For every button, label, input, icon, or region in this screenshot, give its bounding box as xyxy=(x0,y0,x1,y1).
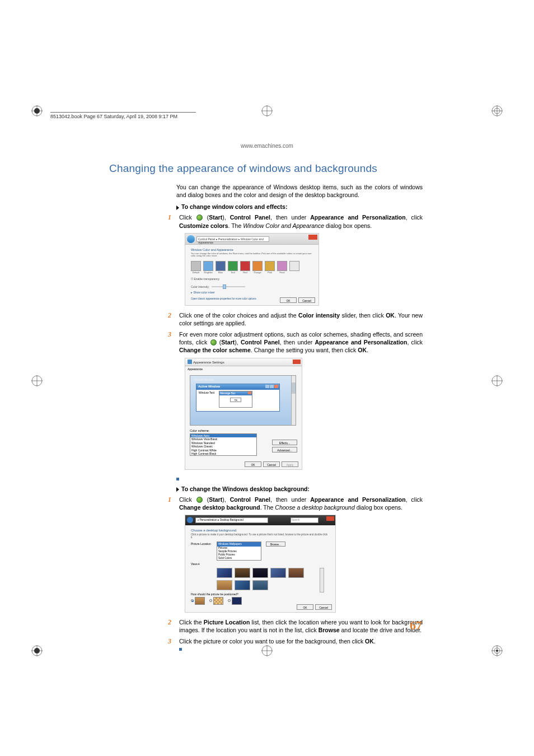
views-button[interactable]: Views ▾ xyxy=(191,563,330,566)
swatch-row: DefaultGraphiteBlueTealRedOrangePinkFros… xyxy=(191,261,313,274)
ok-button[interactable]: OK xyxy=(245,461,261,467)
preview-area: Inactive Window Active Window Window Tex… xyxy=(190,375,296,426)
color-swatch[interactable] xyxy=(265,261,275,271)
crop-mark-icon xyxy=(31,105,43,116)
thumbnail-grid xyxy=(217,568,317,590)
dialog-subtitle: You can change the color of windows, the… xyxy=(191,253,313,258)
step-3b: 3 Click the picture or color you want to… xyxy=(168,637,423,653)
location-option[interactable]: Windows Wallpapers xyxy=(217,542,261,547)
back-icon[interactable] xyxy=(187,517,193,523)
location-option[interactable]: Solid Colors xyxy=(217,557,261,560)
page-number: 67 xyxy=(410,618,422,633)
dialog-header: Control Panel ▸ Personalization ▸ Window… xyxy=(185,234,318,245)
subhead-background: To change the Windows desktop background… xyxy=(176,486,423,492)
cancel-button[interactable]: Cancel xyxy=(315,604,332,610)
wallpaper-thumbnail[interactable] xyxy=(270,568,286,578)
wallpaper-thumbnail[interactable] xyxy=(288,568,304,578)
color-swatch[interactable] xyxy=(191,261,201,271)
dialog-titlebar: Appearance Settings xyxy=(185,358,302,366)
back-icon[interactable] xyxy=(187,235,195,243)
address-bar[interactable]: Control Panel ▸ Personalization ▸ Window… xyxy=(196,236,269,242)
color-swatch[interactable] xyxy=(240,261,250,271)
close-icon[interactable] xyxy=(308,235,317,240)
intro-text: You can change the appearance of Windows… xyxy=(176,183,423,199)
scrollbar[interactable] xyxy=(291,376,296,425)
wallpaper-thumbnail[interactable] xyxy=(252,568,268,578)
tab-appearance[interactable]: Appearance xyxy=(185,366,302,372)
step-2b: 2 Click the Picture Location list, then … xyxy=(168,618,423,634)
breadcrumb[interactable]: « Personalization ▸ Desktop Background xyxy=(195,517,268,523)
dialog-title: Window Color and Appearance xyxy=(191,248,313,251)
crop-mark-icon xyxy=(261,105,273,116)
color-mixer-link[interactable]: ▸ Show color mixer xyxy=(191,291,313,294)
crop-mark-icon xyxy=(491,645,503,656)
crop-mark-icon xyxy=(491,105,503,116)
subhead-colors: To change window colors and effects: xyxy=(176,203,423,210)
triangle-icon xyxy=(176,487,179,492)
url-header: www.emachines.com xyxy=(0,143,534,149)
dialog-header: « Personalization ▸ Desktop Background S… xyxy=(185,515,335,525)
crop-mark-icon xyxy=(491,375,503,386)
color-swatch[interactable] xyxy=(203,261,213,271)
color-swatch[interactable] xyxy=(277,261,287,271)
browse-button[interactable]: Browse... xyxy=(266,542,285,547)
position-label: How should the picture be positioned? xyxy=(191,592,330,596)
effects-button[interactable]: Effects... xyxy=(272,440,297,445)
start-icon xyxy=(196,214,203,221)
color-swatch[interactable] xyxy=(252,261,263,271)
apply-button[interactable]: Apply xyxy=(282,461,298,467)
location-dropdown[interactable]: Windows WallpapersPicturesSample Picture… xyxy=(217,542,261,561)
position-option[interactable] xyxy=(228,597,242,605)
wallpaper-thumbnail[interactable] xyxy=(217,568,232,578)
step-3: 3 For even more color adjustment options… xyxy=(168,330,423,354)
appearance-settings-dialog: Appearance Settings Appearance Inactive … xyxy=(185,358,302,470)
inactive-window-label: Inactive Window xyxy=(194,378,261,381)
end-marker-icon xyxy=(176,478,179,480)
wallpaper-thumbnail[interactable] xyxy=(235,568,250,578)
dialog-title: Choose a desktop background xyxy=(191,529,330,532)
scheme-label: Color scheme: xyxy=(190,429,297,432)
scheme-listbox[interactable]: Windows AeroWindows Vista BasicWindows S… xyxy=(190,433,257,456)
window-color-dialog: Control Panel ▸ Personalization ▸ Window… xyxy=(185,233,319,306)
color-swatch[interactable] xyxy=(289,261,299,271)
start-icon xyxy=(210,339,217,346)
intensity-slider[interactable]: Color intensity: xyxy=(191,285,313,288)
color-swatch[interactable] xyxy=(228,261,238,271)
search-input[interactable]: Search xyxy=(291,517,318,523)
color-swatch[interactable] xyxy=(216,261,226,271)
cancel-button[interactable]: Cancel xyxy=(263,461,280,467)
vista-icon xyxy=(188,360,192,364)
step-2: 2 Click one of the color choices and adj… xyxy=(168,311,423,327)
close-icon[interactable] xyxy=(293,360,301,364)
end-marker-icon xyxy=(179,648,182,651)
message-box-preview: Message Box OK xyxy=(219,391,252,408)
crop-mark-icon xyxy=(31,375,43,386)
wallpaper-thumbnail[interactable] xyxy=(235,580,250,590)
start-icon xyxy=(196,497,203,503)
triangle-icon xyxy=(176,206,179,210)
ok-button[interactable]: OK xyxy=(280,297,297,303)
position-option[interactable] xyxy=(209,597,223,605)
close-icon[interactable] xyxy=(326,516,334,521)
dialog-subtitle: Click a picture to make it your desktop … xyxy=(191,533,330,539)
position-options xyxy=(191,597,330,605)
location-label: Picture Location xyxy=(191,542,214,545)
ok-button[interactable]: OK xyxy=(297,604,313,610)
active-window-preview: Active Window Window Text Message Box OK xyxy=(196,384,280,412)
position-option[interactable] xyxy=(191,597,205,605)
step-1b: 1 Click (Start), Control Panel, then und… xyxy=(168,496,423,511)
wallpaper-thumbnail[interactable] xyxy=(252,580,268,590)
step-1: 1 Click (Start), Control Panel, then und… xyxy=(168,213,423,229)
cancel-button[interactable]: Cancel xyxy=(298,297,315,303)
transparency-checkbox[interactable]: ☐ Enable transparency xyxy=(191,277,313,281)
desktop-background-dialog: « Personalization ▸ Desktop Background S… xyxy=(185,515,336,613)
wallpaper-thumbnail[interactable] xyxy=(217,580,232,590)
crop-mark-icon xyxy=(31,645,43,656)
page-title: Changing the appearance of windows and b… xyxy=(109,162,423,175)
page-header: 8513042.book Page 67 Saturday, April 19,… xyxy=(50,112,196,119)
scrollbar[interactable] xyxy=(320,568,324,592)
advanced-button[interactable]: Advanced... xyxy=(272,447,297,452)
scheme-option[interactable]: High Contrast Black xyxy=(190,452,256,456)
